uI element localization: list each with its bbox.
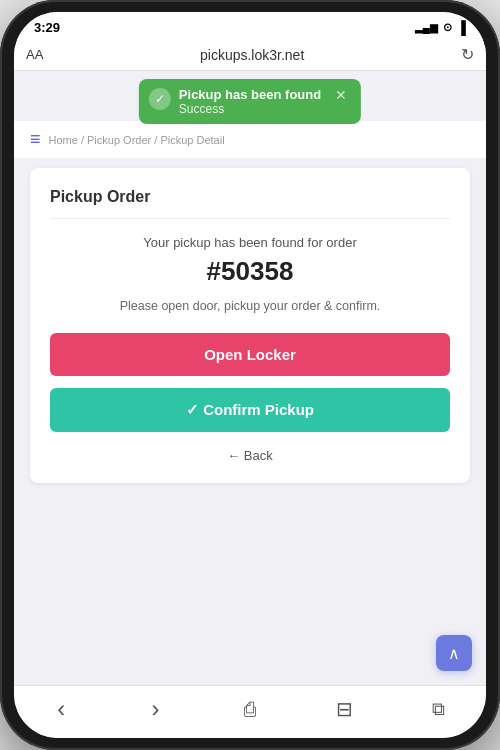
breadcrumb: Home / Pickup Order / Pickup Detail bbox=[49, 134, 225, 146]
browser-tabs-button[interactable]: ⧉ bbox=[419, 694, 459, 724]
toast-subtitle: Success bbox=[179, 102, 321, 116]
toast-title: Pickup has been found bbox=[179, 87, 321, 102]
phone-screen: 3:29 ▂▄▆ ⊙ ▐ AA pickups.lok3r.net ↻ ✓ Pi… bbox=[14, 12, 486, 738]
confirm-pickup-button[interactable]: ✓ Confirm Pickup bbox=[50, 388, 450, 432]
toast-notification: ✓ Pickup has been found Success ✕ bbox=[139, 79, 361, 124]
browser-back-button[interactable]: ‹ bbox=[41, 694, 81, 724]
toast-close-button[interactable]: ✕ bbox=[329, 87, 347, 103]
refresh-icon[interactable]: ↻ bbox=[461, 45, 474, 64]
status-bar: 3:29 ▂▄▆ ⊙ ▐ bbox=[14, 12, 486, 39]
scroll-to-top-button[interactable]: ∧ bbox=[436, 635, 472, 671]
order-message: Your pickup has been found for order bbox=[50, 235, 450, 250]
pickup-order-card: Pickup Order Your pickup has been found … bbox=[30, 168, 470, 483]
battery-icon: ▐ bbox=[457, 20, 466, 35]
back-button[interactable]: ← Back bbox=[50, 448, 450, 463]
order-instruction: Please open door, pickup your order & co… bbox=[50, 299, 450, 313]
card-title: Pickup Order bbox=[50, 188, 450, 219]
browser-nav: ‹ › ⎙ ⊟ ⧉ bbox=[14, 685, 486, 738]
browser-forward-button[interactable]: › bbox=[136, 694, 176, 724]
browser-share-button[interactable]: ⎙ bbox=[230, 694, 270, 724]
wifi-icon: ⊙ bbox=[443, 21, 452, 34]
status-icons: ▂▄▆ ⊙ ▐ bbox=[415, 20, 466, 35]
toast-text: Pickup has been found Success bbox=[179, 87, 321, 116]
browser-bookmarks-button[interactable]: ⊟ bbox=[324, 694, 364, 724]
browser-bar: AA pickups.lok3r.net ↻ bbox=[14, 39, 486, 71]
browser-aa-label[interactable]: AA bbox=[26, 47, 43, 62]
open-locker-button[interactable]: Open Locker bbox=[50, 333, 450, 376]
status-time: 3:29 bbox=[34, 20, 60, 35]
order-number: #50358 bbox=[50, 256, 450, 287]
nav-bar: ≡ Home / Pickup Order / Pickup Detail bbox=[14, 121, 486, 158]
page-content: ✓ Pickup has been found Success ✕ ≡ Home… bbox=[14, 71, 486, 685]
hamburger-icon[interactable]: ≡ bbox=[30, 129, 41, 150]
phone-frame: 3:29 ▂▄▆ ⊙ ▐ AA pickups.lok3r.net ↻ ✓ Pi… bbox=[0, 0, 500, 750]
toast-check-icon: ✓ bbox=[149, 88, 171, 110]
signal-icon: ▂▄▆ bbox=[415, 22, 438, 33]
browser-url[interactable]: pickups.lok3r.net bbox=[51, 47, 453, 63]
